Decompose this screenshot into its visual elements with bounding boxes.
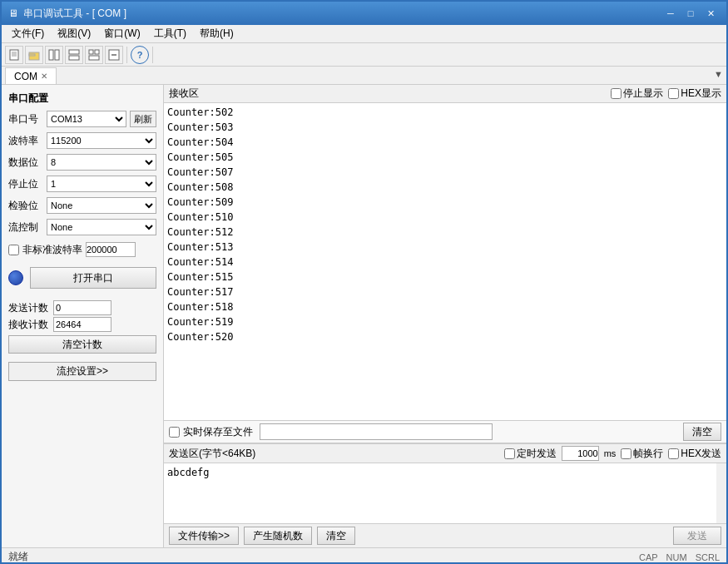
menu-file[interactable]: 文件(F): [5, 25, 51, 42]
receive-line: Counter:508: [167, 180, 723, 195]
refresh-button[interactable]: 刷新: [130, 111, 156, 127]
file-transfer-button[interactable]: 文件传输>>: [169, 527, 239, 545]
timed-send-input[interactable]: [562, 446, 599, 461]
data-bits-row: 数据位 8: [8, 154, 156, 171]
receive-line: Counter:505: [167, 150, 723, 165]
tab-com[interactable]: COM ✕: [5, 67, 57, 84]
menu-view[interactable]: 视图(V): [51, 25, 97, 42]
file-save-area: 实时保存至文件: [169, 425, 253, 439]
timed-send-label[interactable]: 定时发送: [504, 447, 557, 461]
svg-rect-5: [29, 54, 35, 56]
hex-display-label[interactable]: HEX显示: [668, 87, 721, 101]
receive-line: Counter:519: [167, 314, 723, 329]
svg-rect-0: [10, 50, 18, 60]
receive-content: Counter:502Counter:503Counter:504Counter…: [164, 103, 726, 420]
hex-display-checkbox[interactable]: [668, 88, 679, 99]
toolbar-settings[interactable]: [105, 46, 123, 64]
receive-area: 接收区 停止显示 HEX显示 Counter:502Counter:503Cou…: [164, 85, 726, 443]
window-title: 串口调试工具 - [ COM ]: [23, 7, 126, 21]
baud-select[interactable]: 115200: [47, 132, 156, 149]
toolbar-split1[interactable]: [45, 46, 63, 64]
tab-dropdown-icon[interactable]: ▼: [714, 69, 723, 79]
save-to-file-checkbox[interactable]: [169, 427, 180, 438]
menu-window[interactable]: 窗口(W): [97, 25, 146, 42]
receive-line: Counter:507: [167, 165, 723, 180]
send-footer: 文件传输>> 产生随机数 清空 发送: [164, 523, 726, 547]
newline-label[interactable]: 帧换行: [621, 447, 663, 461]
port-label: 串口号: [8, 112, 43, 126]
send-textarea[interactable]: [164, 463, 726, 523]
parity-select[interactable]: None: [47, 197, 156, 214]
open-port-area: 打开串口: [8, 267, 156, 289]
open-icon: [28, 49, 40, 61]
close-button[interactable]: ✕: [701, 6, 720, 21]
receive-line: Counter:518: [167, 299, 723, 314]
status-right: CAP NUM SCRL: [639, 552, 720, 562]
open-port-button[interactable]: 打开串口: [30, 267, 156, 289]
parity-row: 检验位 None: [8, 197, 156, 214]
toolbar-sep: [126, 47, 127, 63]
menu-help[interactable]: 帮助(H): [193, 25, 240, 42]
toolbar-layout[interactable]: [85, 46, 103, 64]
hex-send-label[interactable]: HEX发送: [668, 447, 721, 461]
clear-send-button[interactable]: 清空: [317, 527, 355, 545]
data-bits-select[interactable]: 8: [47, 154, 156, 171]
maximize-button[interactable]: □: [681, 6, 700, 21]
port-select[interactable]: COM13: [47, 111, 126, 127]
nonstandard-input[interactable]: [86, 242, 136, 257]
svg-rect-6: [49, 50, 53, 60]
recv-count-value[interactable]: 26464: [53, 317, 111, 332]
toolbar-new[interactable]: [5, 46, 23, 64]
parity-label: 检验位: [8, 199, 43, 213]
stop-bits-label: 停止位: [8, 177, 43, 191]
menu-tools[interactable]: 工具(T): [147, 25, 193, 42]
toolbar-sep2: [152, 47, 153, 63]
send-count-row: 发送计数 0: [8, 300, 156, 315]
stop-display-checkbox[interactable]: [611, 88, 622, 99]
receive-line: Counter:510: [167, 210, 723, 225]
random-button[interactable]: 产生随机数: [244, 527, 312, 545]
flow-ctrl-settings-button[interactable]: 流控设置>>: [8, 362, 156, 381]
receive-line: Counter:509: [167, 195, 723, 210]
send-controls: 定时发送 ms 帧换行 HEX发送: [504, 446, 721, 461]
receive-line: Counter:512: [167, 225, 723, 240]
stop-bits-select[interactable]: 1: [47, 176, 156, 192]
right-panel: 接收区 停止显示 HEX显示 Counter:502Counter:503Cou…: [164, 85, 726, 547]
send-button[interactable]: 发送: [673, 527, 721, 545]
receive-line: Counter:504: [167, 135, 723, 150]
hex-send-checkbox[interactable]: [668, 448, 679, 459]
svg-rect-11: [95, 50, 99, 54]
send-area: 发送区(字节<64KB) 定时发送 ms 帧换行: [164, 443, 726, 547]
tab-close-icon[interactable]: ✕: [41, 72, 47, 81]
toolbar-split2[interactable]: [65, 46, 83, 64]
send-count-label: 发送计数: [8, 301, 50, 315]
nonstandard-row: 非标准波特率: [8, 242, 156, 257]
recv-count-label: 接收计数: [8, 318, 50, 332]
receive-line: Counter:513: [167, 240, 723, 255]
receive-line: Counter:514: [167, 255, 723, 270]
toolbar-open[interactable]: [25, 46, 43, 64]
flow-ctrl-select[interactable]: None: [47, 219, 156, 235]
minimize-button[interactable]: ─: [661, 6, 680, 21]
stop-bits-row: 停止位 1: [8, 176, 156, 192]
file-path-input[interactable]: [260, 423, 493, 440]
receive-line: Counter:517: [167, 284, 723, 299]
clear-receive-button[interactable]: 清空: [683, 423, 721, 441]
receive-controls: 停止显示 HEX显示: [611, 87, 721, 101]
status-text: 就绪: [8, 550, 28, 564]
flow-ctrl-label: 流控制: [8, 220, 43, 235]
menu-bar: 文件(F) 视图(V) 窗口(W) 工具(T) 帮助(H): [2, 25, 726, 43]
clear-count-button[interactable]: 清空计数: [8, 335, 156, 354]
svg-rect-7: [55, 50, 59, 60]
newline-checkbox[interactable]: [621, 448, 631, 459]
svg-rect-12: [89, 56, 99, 60]
send-title: 发送区(字节<64KB): [169, 447, 255, 461]
stop-display-label[interactable]: 停止显示: [611, 87, 663, 101]
toolbar-info[interactable]: ?: [131, 46, 149, 64]
timed-send-checkbox[interactable]: [504, 448, 515, 459]
title-bar: 🖥 串口调试工具 - [ COM ] ─ □ ✕: [2, 2, 726, 25]
nonstandard-checkbox[interactable]: [8, 245, 19, 255]
send-count-value[interactable]: 0: [53, 300, 111, 315]
new-icon: [8, 49, 20, 61]
receive-line: Counter:503: [167, 120, 723, 135]
